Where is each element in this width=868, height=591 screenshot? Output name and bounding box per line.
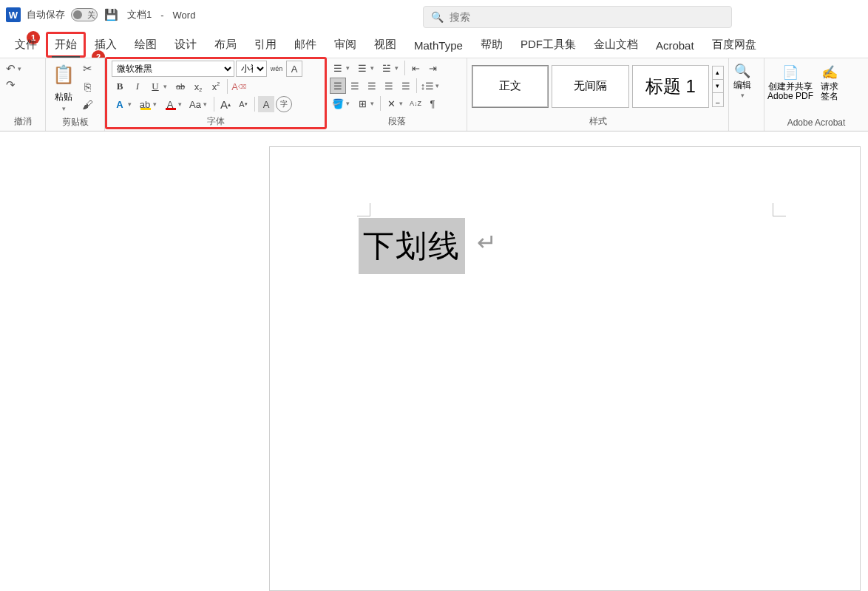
find-icon: 🔍 (734, 63, 750, 79)
toggle-off-label: 关 (87, 10, 95, 21)
change-case-dropdown[interactable]: ▾ (203, 100, 211, 108)
style-heading-1[interactable]: 标题 1 (632, 65, 709, 108)
font-color-dropdown[interactable]: ▾ (178, 100, 186, 108)
char-border-button[interactable]: A (286, 61, 302, 77)
copy-icon[interactable]: ⎘ (80, 79, 95, 94)
tab-references[interactable]: 引用 (245, 32, 285, 58)
asian-layout-dropdown[interactable]: ▾ (399, 100, 407, 107)
decrease-indent-button[interactable]: ⇤ (407, 60, 424, 76)
editing-button[interactable]: 🔍 编辑 ▾ (732, 60, 753, 102)
tab-pdf[interactable]: PDF工具集 (512, 32, 585, 58)
text-effects-button[interactable]: A (112, 96, 128, 112)
grow-font-button[interactable]: A▴ (217, 96, 234, 112)
shading-button[interactable]: 🪣 (330, 95, 346, 112)
paste-label[interactable]: 粘贴 (55, 91, 72, 103)
tab-design[interactable]: 设计 (166, 32, 206, 58)
multilevel-dropdown[interactable]: ▾ (395, 64, 402, 72)
align-distribute-button[interactable]: ☰ (398, 78, 414, 94)
tab-kingsoft[interactable]: 金山文档 (585, 32, 647, 58)
line-spacing-button[interactable]: ↕☰ (419, 78, 435, 94)
save-icon[interactable]: 💾 (104, 7, 118, 22)
bullets-button[interactable]: ☰ (330, 60, 346, 76)
format-painter-icon[interactable]: 🖌 (80, 97, 95, 112)
app-name: Word (173, 10, 196, 21)
styles-scroll-down[interactable]: ▾ (713, 80, 723, 93)
tab-help[interactable]: 帮助 (472, 32, 512, 58)
search-input[interactable] (450, 11, 724, 23)
align-right-button[interactable]: ☰ (364, 78, 380, 94)
tab-view[interactable]: 视图 (365, 32, 405, 58)
tab-home[interactable]: 开始 (46, 32, 86, 58)
group-undo-label: 撤消 (0, 114, 45, 131)
increase-indent-button[interactable]: ⇥ (424, 60, 441, 76)
style-normal[interactable]: 正文 (472, 65, 549, 108)
tab-file[interactable]: 文件 (6, 32, 46, 58)
style-no-spacing[interactable]: 无间隔 (552, 65, 628, 108)
asian-layout-button[interactable]: ✕ (383, 95, 399, 112)
clear-formatting-button[interactable]: A⌫ (231, 78, 247, 95)
sort-button[interactable]: A↓Z (407, 95, 424, 112)
font-color-button[interactable]: A (162, 96, 178, 112)
styles-scroll-up[interactable]: ▴ (713, 66, 723, 80)
shrink-font-button[interactable]: A▾ (235, 96, 251, 112)
tab-baidu[interactable]: 百度网盘 (703, 32, 765, 58)
subscript-button[interactable]: x2 (190, 78, 206, 95)
autosave-toggle[interactable]: 关 (71, 8, 98, 21)
undo-button[interactable]: ↶ (3, 61, 18, 76)
selected-text[interactable]: 下划线 (359, 218, 465, 274)
search-box[interactable]: 🔍 (423, 6, 732, 28)
signature-icon: ✍ (821, 64, 838, 81)
tab-mathtype[interactable]: MathType (405, 33, 472, 58)
change-case-button[interactable]: Aa (187, 96, 203, 112)
italic-button[interactable]: I (129, 78, 146, 95)
undo-dropdown[interactable]: ▾ (18, 65, 25, 72)
document-page[interactable]: 下划线 ↵ (269, 146, 861, 591)
editing-dropdown[interactable]: ▾ (741, 92, 745, 99)
styles-gallery-more[interactable]: ⎯ (713, 93, 723, 106)
word-app-icon: W (6, 7, 21, 22)
phonetic-guide-button[interactable]: wén (268, 61, 285, 77)
highlight-button[interactable]: ab (137, 96, 153, 112)
paragraph-mark-icon: ↵ (477, 228, 497, 256)
font-size-select[interactable]: 小初 (236, 61, 267, 77)
create-share-pdf-button[interactable]: 📄 创建并共享 Adobe PDF (766, 61, 815, 104)
tab-review[interactable]: 审阅 (325, 32, 365, 58)
shading-dropdown[interactable]: ▾ (346, 100, 353, 107)
show-marks-button[interactable]: ¶ (424, 95, 441, 112)
strikethrough-button[interactable]: ab (172, 78, 189, 95)
group-font-label: 字体 (107, 114, 325, 131)
tab-acrobat[interactable]: Acrobat (647, 33, 703, 58)
underline-button[interactable]: U (147, 78, 163, 95)
align-center-button[interactable]: ☰ (347, 78, 363, 94)
margin-mark-top-right (773, 203, 786, 216)
request-signature-button[interactable]: ✍ 请求 签名 (819, 61, 840, 104)
font-name-select[interactable]: 微软雅黑 (112, 61, 234, 77)
highlight-dropdown[interactable]: ▾ (153, 100, 160, 108)
enclose-char-button[interactable]: 字 (276, 96, 292, 112)
numbering-button[interactable]: ☰ (354, 60, 370, 76)
tab-mailings[interactable]: 邮件 (285, 32, 325, 58)
borders-dropdown[interactable]: ▾ (370, 100, 378, 107)
align-left-button[interactable]: ☰ (330, 78, 346, 94)
paste-dropdown[interactable]: ▾ (62, 105, 66, 112)
bullets-dropdown[interactable]: ▾ (346, 64, 353, 72)
paste-icon[interactable]: 📋 (49, 60, 78, 89)
borders-button[interactable]: ⊞ (354, 95, 370, 112)
tab-draw[interactable]: 绘图 (126, 32, 166, 58)
tab-layout[interactable]: 布局 (206, 32, 245, 58)
align-justify-button[interactable]: ☰ (381, 78, 397, 94)
document-name: 文档1 (127, 8, 152, 21)
char-shading-button[interactable]: A (258, 96, 274, 112)
tab-insert[interactable]: 插入 (86, 32, 126, 58)
group-clipboard: 📋 粘贴 ▾ ✂ ⎘ 🖌 剪贴板 (46, 58, 105, 131)
multilevel-button[interactable]: ☱ (379, 60, 395, 76)
redo-button[interactable]: ↷ (3, 78, 18, 92)
numbering-dropdown[interactable]: ▾ (370, 64, 378, 72)
cut-icon[interactable]: ✂ (80, 61, 95, 76)
margin-mark-top-left (357, 203, 370, 216)
text-effects-dropdown[interactable]: ▾ (128, 100, 135, 108)
bold-button[interactable]: B (112, 78, 128, 95)
superscript-button[interactable]: x2 (208, 78, 224, 95)
underline-dropdown[interactable]: ▾ (163, 83, 171, 90)
line-spacing-dropdown[interactable]: ▾ (435, 82, 443, 89)
